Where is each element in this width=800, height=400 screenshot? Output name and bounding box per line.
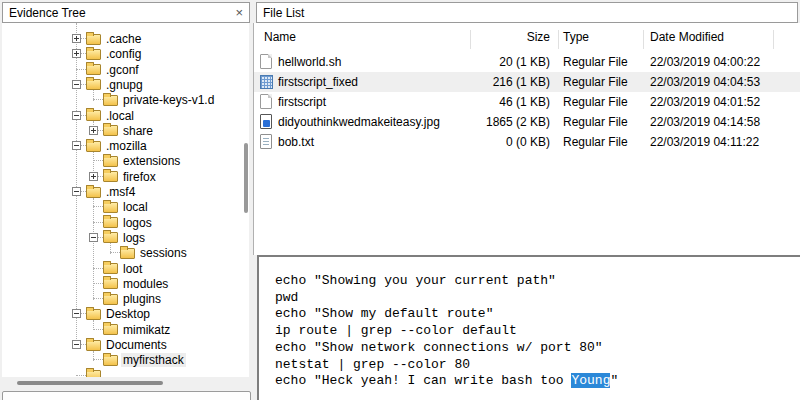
tree-connector-stub	[93, 359, 103, 360]
tree-item--gconf[interactable]: .gconf	[2, 62, 249, 78]
collapse-icon[interactable]	[72, 141, 81, 150]
column-divider[interactable]	[470, 30, 471, 49]
tree-item--mozilla[interactable]: .mozilla	[2, 138, 249, 154]
file-row[interactable]: bob.txt0 (0 KB)Regular File22/03/2019 04…	[254, 132, 800, 152]
file-row[interactable]: firstscript46 (1 KB)Regular File22/03/20…	[254, 92, 800, 112]
tree-item-label[interactable]: Desktop	[106, 307, 150, 321]
file-type: Regular File	[563, 95, 628, 109]
tree-item--cache[interactable]: .cache	[2, 31, 249, 47]
tree-item-label[interactable]: private-keys-v1.d	[123, 93, 214, 107]
tree-item-myfirsthack[interactable]: myfirsthack	[2, 352, 249, 368]
file-size: 216 (1 KB)	[474, 75, 550, 89]
file-row[interactable]: didyouthinkwedmakeiteasy.jpg1865 (2 KB)R…	[254, 112, 800, 132]
tree-item-mimikatz[interactable]: mimikatz	[2, 322, 249, 338]
file-name: didyouthinkwedmakeiteasy.jpg	[278, 115, 440, 129]
file-size: 20 (1 KB)	[474, 55, 550, 69]
tree-item-label[interactable]: loot	[123, 262, 142, 276]
selected-text: Young	[571, 373, 610, 388]
tree-horizontal-scrollbar[interactable]	[2, 378, 251, 388]
tree-connector-stub	[93, 99, 103, 100]
collapse-icon[interactable]	[72, 340, 81, 349]
collapse-icon[interactable]	[89, 233, 98, 242]
tree-item-desktop[interactable]: Desktop	[2, 306, 249, 322]
close-icon[interactable]: ×	[235, 6, 243, 19]
column-divider[interactable]	[643, 30, 644, 49]
column-header-size[interactable]: Size	[474, 30, 550, 44]
file-row[interactable]: firstscript_fixed216 (1 KB)Regular File2…	[254, 72, 800, 92]
tree-item-label[interactable]: mimikatz	[123, 323, 170, 337]
tree-item-label[interactable]: extensions	[123, 154, 180, 168]
tree-item--msf4[interactable]: .msf4	[2, 184, 249, 200]
tree-item-sessions[interactable]: sessions	[2, 245, 249, 261]
app-window: { "left_pane": { "title": "Evidence Tree…	[0, 0, 800, 400]
collapse-icon[interactable]	[72, 309, 81, 318]
tree-item-label[interactable]: local	[123, 200, 148, 214]
evidence-tree: .cache.config.gconf.gnupgprivate-keys-v1…	[2, 23, 249, 377]
tree-item-logos[interactable]: logos	[2, 215, 249, 231]
tree-item-label[interactable]: Documents	[106, 338, 167, 352]
tree-item-logs[interactable]: logs	[2, 230, 249, 246]
tree-connector-stub	[110, 252, 120, 253]
file-type: Regular File	[563, 115, 628, 129]
tree-item-label[interactable]: .cache	[106, 32, 141, 46]
evidence-tree-titlebar: Evidence Tree ×	[2, 2, 250, 23]
tree-item--local[interactable]: .local	[2, 108, 249, 124]
folder-icon	[103, 263, 118, 274]
tree-item-label[interactable]: logs	[123, 231, 145, 245]
file-row[interactable]: hellworld.sh20 (1 KB)Regular File22/03/2…	[254, 52, 800, 72]
tree-item-documents[interactable]: Documents	[2, 337, 249, 353]
expand-icon[interactable]	[72, 34, 81, 43]
tree-item-plugins[interactable]: plugins	[2, 291, 249, 307]
tree-item-label[interactable]: share	[123, 124, 153, 138]
horizontal-scrollbar-thumb[interactable]	[17, 381, 163, 385]
tree-connector-stub	[93, 160, 103, 161]
file-name: firstscript_fixed	[278, 75, 358, 89]
tree-item-private-keys-v1-d[interactable]: private-keys-v1.d	[2, 92, 249, 108]
tree-item-label[interactable]: .gconf	[106, 63, 139, 77]
tree-item-label[interactable]: .local	[106, 109, 134, 123]
code-line: echo "Show my default route"	[275, 306, 800, 323]
tree-connector-stub	[76, 69, 86, 70]
file-type: Regular File	[563, 135, 628, 149]
tree-item-label[interactable]: .config	[106, 47, 141, 61]
tree-item--config[interactable]: .config	[2, 46, 249, 62]
tree-item-label[interactable]: modules	[123, 277, 168, 291]
folder-icon	[86, 110, 101, 121]
expand-icon[interactable]	[72, 49, 81, 58]
tree-item-firefox[interactable]: firefox	[2, 169, 249, 185]
tree-item-loot[interactable]: loot	[2, 261, 249, 277]
tree-item-modules[interactable]: modules	[2, 276, 249, 292]
tree-item-label[interactable]: myfirsthack	[121, 353, 186, 367]
column-header-date-modified[interactable]: Date Modified	[650, 30, 724, 44]
tree-item-label[interactable]: logos	[123, 216, 152, 230]
file-name: hellworld.sh	[278, 55, 341, 69]
collapse-icon[interactable]	[72, 111, 81, 120]
tree-item-label[interactable]: .msf4	[106, 185, 135, 199]
column-divider[interactable]	[558, 30, 559, 49]
tree-item-label[interactable]: sessions	[140, 246, 187, 260]
tree-vertical-scrollbar-thumb[interactable]	[244, 143, 248, 213]
tree-item-label[interactable]: firefox	[123, 170, 156, 184]
lower-left-panel-edge	[2, 391, 251, 400]
tree-item-label[interactable]: .gnupg	[106, 78, 143, 92]
collapse-icon[interactable]	[72, 187, 81, 196]
tree-item-share[interactable]: share	[2, 123, 249, 139]
folder-icon	[120, 248, 135, 259]
tree-item--gnupg[interactable]: .gnupg	[2, 77, 249, 93]
tree-item-extensions[interactable]: extensions	[2, 153, 249, 169]
collapse-icon[interactable]	[72, 80, 81, 89]
file-file-icon	[260, 94, 272, 109]
tree-item-label[interactable]: plugins	[123, 292, 161, 306]
column-divider[interactable]	[773, 30, 774, 49]
tree-item-label[interactable]: .mozilla	[106, 139, 147, 153]
text-file-icon	[260, 134, 272, 149]
column-header-name[interactable]: Name	[264, 30, 296, 44]
tree-item-local[interactable]: local	[2, 199, 249, 215]
expand-icon[interactable]	[89, 172, 98, 181]
folder-icon	[103, 294, 118, 305]
file-content-viewer: echo "Showing you your current path"pwde…	[257, 255, 800, 400]
tree-item-partial[interactable]	[2, 368, 249, 377]
column-header-type[interactable]: Type	[563, 30, 589, 44]
expand-icon[interactable]	[89, 126, 98, 135]
file-name: firstscript	[278, 95, 326, 109]
